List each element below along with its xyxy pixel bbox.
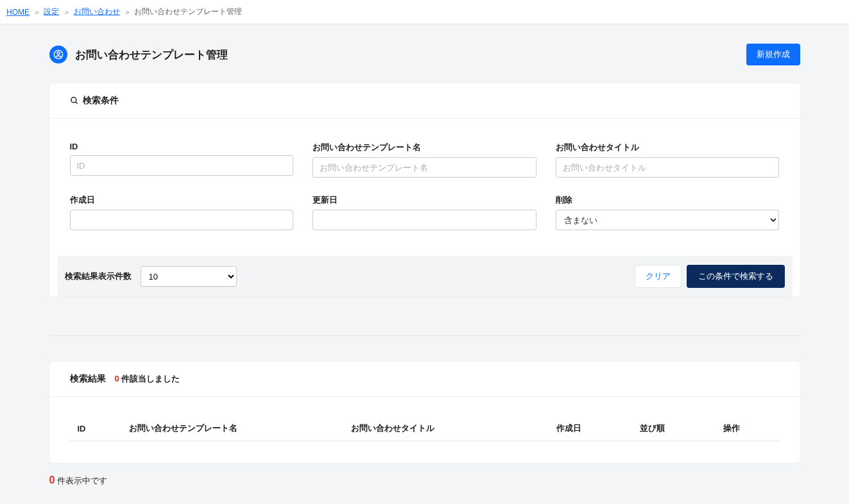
footer-count: 0: [49, 475, 55, 485]
search-card-title: 検索条件: [83, 95, 119, 106]
page-header: お問い合わせテンプレート管理 新規作成: [49, 44, 800, 65]
search-button[interactable]: この条件で検索する: [687, 265, 785, 288]
field-inquiry-title: お問い合わせタイトル: [556, 142, 780, 178]
results-count-number: 0: [115, 374, 119, 383]
search-card-header: 検索条件: [49, 83, 800, 119]
input-id[interactable]: [70, 155, 294, 176]
col-order: 並び順: [632, 416, 716, 441]
breadcrumb-inquiry[interactable]: お問い合わせ: [74, 6, 120, 17]
col-id: ID: [70, 416, 121, 441]
contact-icon: [49, 46, 67, 63]
field-deleted: 削除 含まない: [556, 194, 780, 230]
footer-suffix: 件表示中です: [57, 476, 107, 485]
per-page-label: 検索結果表示件数: [65, 271, 132, 282]
col-template-name: お問い合わせテンプレート名: [121, 416, 343, 441]
results-count: 0 件該当しました: [115, 373, 180, 385]
label-deleted: 削除: [556, 194, 780, 206]
col-inquiry-title: お問い合わせタイトル: [343, 416, 549, 441]
results-count-suffix: 件該当しました: [121, 374, 180, 383]
label-created-at: 作成日: [70, 194, 294, 206]
breadcrumb-current: お問い合わせテンプレート管理: [134, 6, 242, 17]
search-conditions-card: 検索条件 ID お問い合わせテンプレート名 お問い合わせタイトル 作成日: [49, 83, 800, 297]
field-template-name: お問い合わせテンプレート名: [313, 142, 536, 178]
field-id: ID: [70, 142, 294, 178]
col-action: 操作: [716, 416, 780, 441]
svg-point-2: [71, 97, 76, 103]
label-inquiry-title: お問い合わせタイトル: [556, 142, 780, 153]
breadcrumb-settings[interactable]: 設定: [44, 6, 59, 17]
results-card: 検索結果 0 件該当しました ID お問い合わせテンプレート名 お問い合わせタイ…: [49, 362, 800, 463]
input-created-at[interactable]: [70, 210, 294, 230]
section-divider: [49, 335, 800, 336]
breadcrumb: HOME > 設定 > お問い合わせ > お問い合わせテンプレート管理: [0, 0, 849, 24]
label-updated-at: 更新日: [313, 194, 536, 206]
per-page-select[interactable]: 10: [141, 266, 237, 287]
results-header: 検索結果 0 件該当しました: [49, 362, 800, 397]
footer-summary: 0 件表示中です: [49, 475, 800, 487]
breadcrumb-separator: >: [64, 8, 68, 16]
field-created-at: 作成日: [70, 194, 294, 230]
clear-button[interactable]: クリア: [635, 265, 682, 288]
breadcrumb-separator: >: [35, 8, 39, 16]
select-deleted[interactable]: 含まない: [556, 210, 780, 230]
search-toolbar: 検索結果表示件数 10 クリア この条件で検索する: [57, 256, 793, 297]
page-title: お問い合わせテンプレート管理: [75, 47, 228, 62]
search-icon: [70, 96, 79, 105]
label-id: ID: [70, 142, 294, 151]
input-updated-at[interactable]: [313, 210, 536, 230]
breadcrumb-home[interactable]: HOME: [6, 8, 30, 17]
results-title: 検索結果: [70, 373, 106, 385]
col-created-at: 作成日: [549, 416, 632, 441]
input-template-name[interactable]: [313, 157, 536, 178]
label-template-name: お問い合わせテンプレート名: [313, 142, 536, 153]
field-updated-at: 更新日: [313, 194, 536, 230]
create-button[interactable]: 新規作成: [746, 44, 800, 65]
svg-point-0: [57, 52, 60, 55]
input-inquiry-title[interactable]: [556, 157, 780, 178]
svg-line-3: [75, 102, 77, 104]
breadcrumb-separator: >: [125, 8, 129, 16]
results-table: ID お問い合わせテンプレート名 お問い合わせタイトル 作成日 並び順 操作: [70, 416, 780, 441]
